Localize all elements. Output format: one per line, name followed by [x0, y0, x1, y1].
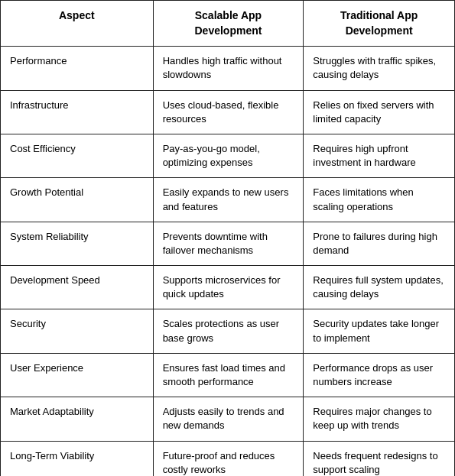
- cell-scalable: Uses cloud-based, flexible resources: [153, 90, 304, 134]
- header-aspect: Aspect: [1, 1, 154, 47]
- cell-traditional: Security updates take longer to implemen…: [304, 309, 455, 353]
- cell-traditional: Needs frequent redesigns to support scal…: [304, 441, 455, 476]
- table-row: System ReliabilityPrevents downtime with…: [1, 222, 455, 265]
- cell-aspect: Security: [1, 309, 154, 353]
- cell-aspect: Performance: [1, 47, 154, 90]
- cell-scalable: Ensures fast load times and smooth perfo…: [153, 353, 304, 397]
- cell-aspect: Market Adaptability: [1, 397, 154, 441]
- table-row: Market AdaptabilityAdjusts easily to tre…: [1, 397, 455, 441]
- cell-scalable: Prevents downtime with failover mechanis…: [153, 222, 304, 265]
- header-row: Aspect Scalable App Development Traditio…: [1, 1, 455, 47]
- table-row: SecurityScales protections as user base …: [1, 309, 455, 353]
- cell-scalable: Adjusts easily to trends and new demands: [153, 397, 304, 441]
- cell-aspect: Cost Efficiency: [1, 134, 154, 177]
- cell-aspect: User Experience: [1, 353, 154, 397]
- table-row: Development SpeedSupports microservices …: [1, 266, 455, 309]
- cell-traditional: Requires major changes to keep up with t…: [304, 397, 455, 441]
- table-row: InfrastructureUses cloud-based, flexible…: [1, 90, 455, 134]
- cell-traditional: Performance drops as user numbers increa…: [304, 353, 455, 397]
- cell-aspect: Long-Term Viability: [1, 441, 154, 476]
- table-row: Cost EfficiencyPay-as-you-go model, opti…: [1, 134, 455, 177]
- cell-traditional: Struggles with traffic spikes, causing d…: [304, 47, 455, 90]
- cell-traditional: Requires full system updates, causing de…: [304, 266, 455, 309]
- cell-scalable: Handles high traffic without slowdowns: [153, 47, 304, 90]
- cell-scalable: Easily expands to new users and features: [153, 178, 304, 222]
- table-row: Growth PotentialEasily expands to new us…: [1, 178, 455, 222]
- comparison-table: Aspect Scalable App Development Traditio…: [0, 0, 455, 476]
- header-scalable: Scalable App Development: [153, 1, 304, 47]
- table-row: User ExperienceEnsures fast load times a…: [1, 353, 455, 397]
- cell-scalable: Future-proof and reduces costly reworks: [153, 441, 304, 476]
- table-row: Long-Term ViabilityFuture-proof and redu…: [1, 441, 455, 476]
- cell-traditional: Faces limitations when scaling operation…: [304, 178, 455, 222]
- cell-scalable: Scales protections as user base grows: [153, 309, 304, 353]
- cell-aspect: System Reliability: [1, 222, 154, 265]
- cell-aspect: Infrastructure: [1, 90, 154, 134]
- cell-scalable: Supports microservices for quick updates: [153, 266, 304, 309]
- cell-aspect: Growth Potential: [1, 178, 154, 222]
- cell-traditional: Relies on fixed servers with limited cap…: [304, 90, 455, 134]
- header-traditional: Traditional App Development: [304, 1, 455, 47]
- cell-aspect: Development Speed: [1, 266, 154, 309]
- cell-scalable: Pay-as-you-go model, optimizing expenses: [153, 134, 304, 177]
- cell-traditional: Prone to failures during high demand: [304, 222, 455, 265]
- cell-traditional: Requires high upfront investment in hard…: [304, 134, 455, 177]
- table-row: PerformanceHandles high traffic without …: [1, 47, 455, 90]
